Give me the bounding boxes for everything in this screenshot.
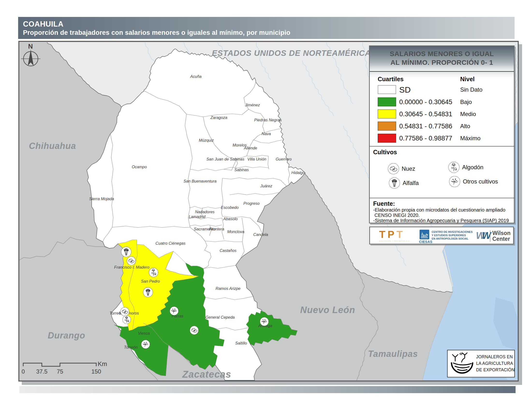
tpt-letter: T xyxy=(379,229,388,240)
crop-icon-algodon xyxy=(449,162,459,173)
map-title: COAHUILA xyxy=(23,20,64,28)
legend-panel: SALARIOS MENORES O IGUAL AL MÍNIMO. PROP… xyxy=(369,46,515,223)
legend-range: 0.77586 - 0.98877 xyxy=(399,134,452,142)
ciesas-icon xyxy=(419,230,429,239)
cultivo-label: Alfalfa xyxy=(403,180,419,187)
legend-range: SD xyxy=(399,85,411,94)
cultivo-label: Otros cultivos xyxy=(463,178,498,185)
title-bar: COAHUILA Proporción de trabajadores con … xyxy=(18,17,515,39)
legend-divider-1 xyxy=(370,146,515,147)
ciesas-text: CENTRO DE INVESTIGACIONESY ESTUDIOS SUPE… xyxy=(432,230,473,240)
tpt-letter-t2: T xyxy=(397,229,405,240)
legend-range: 0.00000 - 0.30645 xyxy=(399,98,452,106)
alfalfa-icon xyxy=(389,177,400,189)
tpt-letter-p: P xyxy=(388,229,397,240)
legend-swatch xyxy=(378,110,396,119)
page: COAHUILA Proporción de trabajadores con … xyxy=(0,0,532,411)
legend-col-cuartiles: Cuartiles xyxy=(378,76,404,83)
jornaleros-text: JORNALEROS ENLA AGRICULTURADE EXPORTACIÓ… xyxy=(476,354,515,373)
legend-row: 0.54831 - 0.77586Alto xyxy=(370,121,514,131)
map-subtitle: Proporción de trabajadores con salarios … xyxy=(23,29,290,37)
legend-title-line1: SALARIOS MENORES O IGUAL xyxy=(390,50,494,57)
cultivo-label: Algodón xyxy=(462,164,483,171)
wilson-text: WilsonCenter xyxy=(492,230,511,242)
legend-level: Alto xyxy=(460,123,470,130)
cultivo-label: Nuez xyxy=(402,165,415,172)
legend-level: Medio xyxy=(460,111,476,118)
legend-swatch xyxy=(378,85,396,94)
nuez-icon xyxy=(388,163,399,175)
wilson-mark: WW xyxy=(476,231,488,240)
legend-range: 0.30645 - 0.54831 xyxy=(399,110,452,118)
crop-icon-otros xyxy=(449,176,460,187)
legend-level: Máximo xyxy=(460,135,481,142)
fuente-line: CENSO INEGI 2020. xyxy=(373,213,419,218)
legend-swatch xyxy=(378,97,396,106)
fuente-line: -Sistema de Información Agropecuaria y P… xyxy=(373,218,509,223)
otros-icon xyxy=(449,176,460,187)
jornaleros-logo xyxy=(449,351,476,376)
legend-divider-2 xyxy=(370,198,515,198)
crop-icon-nuez xyxy=(388,163,399,174)
legend-title-line2: AL MÍNIMO. PROPORCIÓN 0- 1 xyxy=(390,59,493,66)
algodon-icon xyxy=(448,161,460,173)
cultivos-title: Cultivos xyxy=(373,149,397,156)
legend-level: Sin Dato xyxy=(460,86,482,93)
tpt-caption: EVALUACIÓN Y PROYECTOS S.C. xyxy=(379,240,409,242)
wilson-w2: W xyxy=(482,230,488,241)
legend-row: SDSin Dato xyxy=(370,85,514,94)
fuente-line: -Elaboración propia con microdatos del c… xyxy=(373,207,505,213)
legend-row: 0.77586 - 0.98877Máximo xyxy=(370,134,514,143)
legend-swatch xyxy=(378,121,396,131)
legend-row: 0.30645 - 0.54831Medio xyxy=(370,110,514,119)
legend-header: SALARIOS MENORES O IGUAL AL MÍNIMO. PROP… xyxy=(370,46,514,72)
fuente-title: Fuente: xyxy=(373,200,395,207)
legend-level: Bajo xyxy=(460,99,472,105)
legend-row: 0.00000 - 0.30645Bajo xyxy=(370,97,514,106)
crop-icon-alfalfa xyxy=(389,178,400,188)
legend-range: 0.54831 - 0.77586 xyxy=(399,122,452,130)
jornaleros-box: JORNALEROS ENLA AGRICULTURADE EXPORTACIÓ… xyxy=(447,350,515,377)
legend-swatch xyxy=(378,134,396,143)
wilson-divider xyxy=(490,230,490,242)
logos-box: TPT EVALUACIÓN Y PROYECTOS S.C. CIESAS C… xyxy=(369,226,514,244)
wilson-w1: W xyxy=(476,230,482,241)
ciesas-sig: CIESAS xyxy=(419,240,432,244)
bottom-gradient-strip xyxy=(19,386,515,393)
legend-col-nivel: Nivel xyxy=(460,76,475,83)
tpt-logo: TPT EVALUACIÓN Y PROYECTOS S.C. xyxy=(379,229,409,242)
